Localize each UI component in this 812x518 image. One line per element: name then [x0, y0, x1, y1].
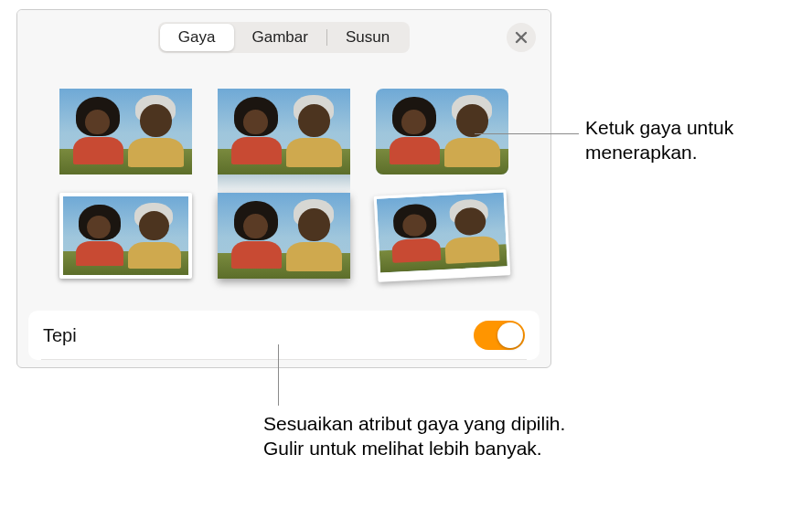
callout-leader	[475, 133, 579, 134]
tab-susun[interactable]: Susun	[327, 24, 408, 51]
style-preview-image	[63, 196, 188, 275]
style-rounded[interactable]	[376, 89, 508, 174]
style-drop-shadow[interactable]	[218, 193, 350, 279]
callout-tap-style: Ketuk gaya untuk menerapkan.	[585, 115, 805, 165]
tab-gaya[interactable]: Gaya	[160, 24, 234, 51]
style-preview-image	[376, 89, 508, 174]
style-preview-image	[218, 193, 350, 279]
tab-gambar[interactable]: Gambar	[234, 24, 326, 51]
callout-adjust: Sesuaikan atribut gaya yang dipilih. Gul…	[263, 411, 574, 461]
style-preview-image	[377, 192, 508, 272]
style-reflection[interactable]	[218, 89, 350, 174]
callout-leader	[278, 344, 279, 406]
tepi-toggle[interactable]	[474, 321, 525, 350]
close-icon	[515, 31, 528, 44]
style-preview-image	[218, 89, 350, 174]
panel-header: Gaya Gambar Susun	[17, 10, 550, 65]
style-preview-image	[59, 89, 192, 174]
switch-knob	[497, 322, 523, 348]
styles-grid	[17, 65, 550, 297]
tepi-row: Tepi	[28, 311, 540, 360]
tepi-label: Tepi	[43, 325, 77, 346]
style-plain[interactable]	[59, 89, 192, 174]
style-border-frame[interactable]	[59, 193, 192, 279]
tabs-segmented-control: Gaya Gambar Susun	[158, 22, 410, 53]
close-button[interactable]	[507, 23, 536, 52]
format-panel: Gaya Gambar Susun	[16, 9, 551, 368]
style-polaroid-tilt[interactable]	[374, 189, 511, 281]
